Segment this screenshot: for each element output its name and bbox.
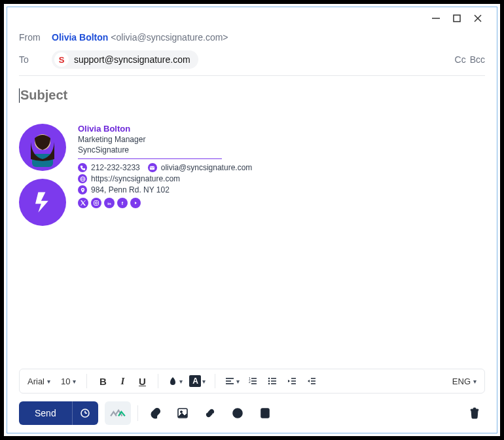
signature-address: 984, Penn Rd. NY 102 <box>91 185 170 194</box>
window-close[interactable] <box>473 14 482 23</box>
send-button[interactable]: Send <box>19 401 72 425</box>
attach-button[interactable] <box>145 403 166 424</box>
email-body[interactable]: Olivia Bolton Marketing Manager SyncSign… <box>19 108 485 363</box>
recipient-email: support@syncsignature.com <box>74 54 190 65</box>
svg-point-39 <box>180 411 182 413</box>
template-button[interactable] <box>255 403 276 424</box>
from-label: From <box>19 32 52 43</box>
facebook-icon[interactable]: f <box>117 198 128 208</box>
svg-point-25 <box>268 383 270 384</box>
svg-rect-48 <box>473 408 476 409</box>
linkedin-icon[interactable]: in <box>104 198 115 208</box>
signature-name: Olivia Bolton <box>78 124 252 134</box>
email-signature: Olivia Bolton Marketing Manager SyncSign… <box>19 124 485 226</box>
bold-button[interactable]: B <box>94 372 112 390</box>
font-family-value: Arial <box>27 376 45 386</box>
svg-text:f: f <box>122 201 124 206</box>
from-row: From Olivia Bolton <olivia@syncsignature… <box>19 28 485 46</box>
text-cursor <box>19 88 20 103</box>
svg-point-42 <box>238 411 240 412</box>
language-value: ENG <box>452 376 471 386</box>
ordered-list-button[interactable]: 12 <box>243 372 262 390</box>
window-maximize[interactable] <box>452 14 461 23</box>
delete-draft-button[interactable] <box>464 403 485 424</box>
insert-link-button[interactable] <box>200 403 221 424</box>
indent-button[interactable] <box>302 372 321 390</box>
phone-icon <box>78 163 87 172</box>
signature-phone: 212-232-3233 <box>91 163 140 172</box>
x-twitter-icon[interactable] <box>78 198 88 208</box>
signature-email: olivia@syncsignature.com <box>161 163 253 172</box>
recipient-chip[interactable]: S support@syncsignature.com <box>52 50 198 69</box>
svg-point-12 <box>95 202 97 204</box>
outdent-button[interactable] <box>283 372 301 390</box>
formatting-toolbar: Arial▾ 10▾ B I U ▾ A▾ ▾ 12 <box>19 369 485 394</box>
to-label: To <box>19 54 52 65</box>
globe-icon <box>78 174 87 183</box>
align-button[interactable]: ▾ <box>222 372 242 390</box>
signature-divider <box>78 158 222 159</box>
recipient-initial: S <box>54 52 69 67</box>
from-email: <olivia@syncsignature.com> <box>111 32 228 43</box>
font-size-value: 10 <box>61 376 70 386</box>
email-icon <box>148 163 157 172</box>
svg-text:2: 2 <box>249 380 251 384</box>
svg-point-10 <box>82 189 83 190</box>
svg-rect-1 <box>454 15 460 22</box>
signature-company: SyncSignature <box>78 145 252 155</box>
subject-input[interactable] <box>20 88 485 103</box>
text-color-button[interactable]: ▾ <box>165 372 185 390</box>
signature-logo <box>19 179 66 226</box>
signature-avatar <box>19 124 66 171</box>
instagram-icon[interactable] <box>91 198 101 208</box>
svg-point-24 <box>268 380 270 382</box>
svg-point-23 <box>268 378 270 379</box>
language-select[interactable]: ENG▾ <box>448 372 480 390</box>
to-row: To S support@syncsignature.com Cc Bcc <box>19 46 485 76</box>
italic-button[interactable]: I <box>113 372 132 390</box>
svg-text:in: in <box>107 202 111 206</box>
signature-title: Marketing Manager <box>78 135 252 144</box>
svg-point-40 <box>233 409 242 418</box>
from-name[interactable]: Olivia Bolton <box>52 32 108 43</box>
window-minimize[interactable] <box>431 14 441 23</box>
highlight-color-button[interactable]: A▾ <box>187 372 208 390</box>
unordered-list-button[interactable] <box>263 372 281 390</box>
underline-button[interactable]: U <box>133 372 151 390</box>
signature-toggle[interactable] <box>105 401 131 425</box>
send-label: Send <box>35 408 56 418</box>
svg-rect-11 <box>94 201 99 206</box>
cc-button[interactable]: Cc <box>455 54 466 65</box>
action-bar: Send <box>19 401 485 425</box>
youtube-icon[interactable] <box>130 198 141 208</box>
signature-url: https://syncsignature.com <box>91 174 180 183</box>
location-icon <box>78 185 87 194</box>
bcc-button[interactable]: Bcc <box>470 54 485 65</box>
svg-point-41 <box>235 411 236 412</box>
font-size-select[interactable]: 10▾ <box>57 372 80 390</box>
font-family-select[interactable]: Arial▾ <box>24 372 54 390</box>
send-schedule-button[interactable] <box>72 401 98 425</box>
emoji-button[interactable] <box>227 403 248 424</box>
insert-image-button[interactable] <box>172 403 193 424</box>
